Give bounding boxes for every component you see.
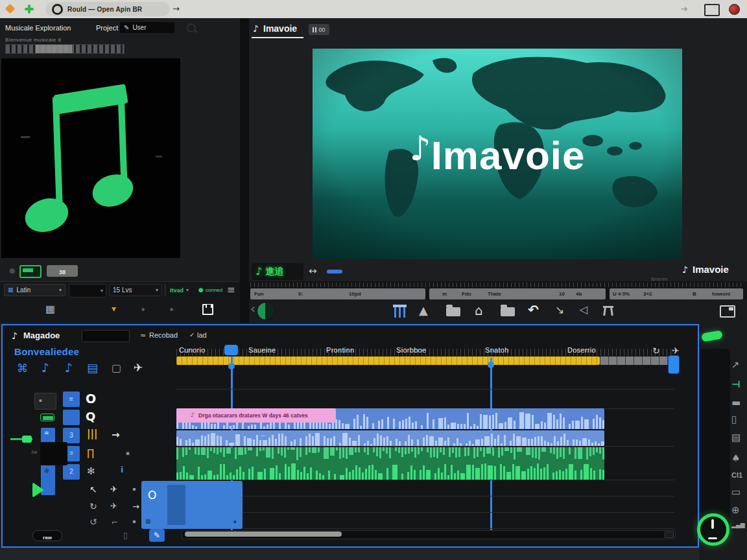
import-battery-icon[interactable] [19, 265, 42, 278]
connect-button[interactable]: ● conned [198, 284, 226, 296]
undo-circle-icon[interactable]: ↺ [89, 517, 97, 526]
deck-icon[interactable]: ▤ [87, 362, 98, 374]
export-icon[interactable]: ↗ [731, 360, 740, 370]
dropdown-itvad[interactable]: Itvad ▾ [168, 284, 198, 296]
note-icon[interactable]: ♪ [65, 362, 73, 374]
share-arrow-icon[interactable]: ➔ [681, 5, 688, 13]
timeline-scrollbar[interactable] [182, 530, 676, 539]
folder-icon[interactable]: ▤ [731, 433, 741, 443]
active-clip-chip[interactable]: ♪ 進追 [252, 263, 303, 280]
dash-icon[interactable]: ▬ [731, 398, 741, 408]
dropdown-empty[interactable]: ▾ [69, 284, 106, 298]
dropdown-latin[interactable]: ▦ Latin ▾ [4, 284, 65, 296]
note-icon[interactable]: ♪ [42, 362, 49, 374]
green-slider[interactable] [10, 434, 35, 443]
title-clip-pink[interactable]: ♪ Drga otacarars dratares W days 46 catv… [176, 408, 336, 423]
gear-icon[interactable]: ✻ [87, 467, 95, 476]
import-folder-icon[interactable] [446, 307, 460, 316]
table-icon[interactable]: ▦ [45, 304, 55, 314]
globe-icon[interactable]: ⊕ [731, 506, 740, 515]
import-count-badge[interactable]: 38 [47, 265, 78, 277]
ruler-strip-3[interactable]: U 4 0% 3+2 B howoni [610, 288, 743, 299]
video-preview[interactable]: ♪Imavoie 2016 4b [313, 49, 682, 259]
leaf-icon[interactable]: ♠ [731, 454, 740, 463]
folder-icon[interactable] [501, 307, 515, 316]
playhead-1-dot[interactable] [228, 363, 235, 369]
mini-black-box[interactable]: 2w [40, 442, 67, 465]
menu-item-project[interactable]: Project [96, 24, 118, 32]
audio-clip-blue-b[interactable] [176, 430, 604, 446]
dual-view-icon[interactable] [720, 305, 735, 318]
mini-panel-scrollbar[interactable] [167, 485, 185, 525]
cl-badge[interactable]: Cl1 [731, 472, 742, 479]
pillars-icon[interactable]: ∏ [87, 449, 94, 458]
q-circle-icon[interactable]: Q [86, 411, 95, 423]
forward-arrow-icon[interactable]: → [172, 5, 180, 13]
arrow-right-icon[interactable]: → [132, 502, 139, 511]
tag-label[interactable]: lad [197, 331, 207, 339]
mini-blue-panel[interactable]: O ▦ ▪ [141, 481, 243, 529]
hamburger-icon[interactable]: ≡ [227, 285, 235, 295]
bars-icon[interactable]: ||| [87, 429, 97, 439]
window-layout-icon[interactable] [704, 4, 720, 16]
marker-ruler[interactable] [176, 356, 600, 365]
time-ruler[interactable]: Fun 0: 10pd m Fdo Thale 10 4b U 4 0% 3+2… [249, 281, 747, 299]
chart-icon[interactable]: ▂▄▆ [731, 522, 745, 528]
edit-pencil-button[interactable]: ✎ [149, 529, 165, 542]
slider-knob[interactable] [22, 436, 32, 443]
undo-icon[interactable]: ↶ [528, 303, 539, 316]
pause-badge[interactable]: 00 [309, 24, 329, 35]
speaker-icon[interactable]: ▯ [123, 531, 128, 539]
phone-icon[interactable]: ▯ [731, 415, 737, 425]
dropdown-lvs[interactable]: 15 Lvs ▾ [109, 284, 162, 296]
record-mode-label[interactable]: Recobad [149, 331, 178, 339]
track-badge[interactable] [63, 410, 80, 425]
orange-marker-icon[interactable]: ▾ [112, 304, 116, 313]
blue-dash-button[interactable] [327, 270, 342, 274]
stand-icon[interactable] [603, 306, 613, 310]
arrow-nw-icon[interactable]: ↖ [89, 485, 97, 494]
monitor-toggle-button[interactable] [257, 302, 275, 320]
ruler-strip-1[interactable]: Fun 0: 10pd [250, 288, 425, 299]
add-traffic-light[interactable] [25, 5, 34, 14]
search-input[interactable]: ✎ User [120, 22, 174, 33]
info-icon[interactable]: i [121, 465, 123, 474]
track-badge[interactable]: 3 [63, 428, 80, 443]
track-badge[interactable]: ≡ [63, 391, 80, 407]
circle-icon[interactable]: O [86, 393, 96, 405]
audio-clip-green-bottom[interactable] [176, 463, 604, 480]
plane-icon[interactable]: ✈ [110, 502, 117, 510]
plane-icon[interactable]: ✈ [110, 485, 117, 493]
strap-icon[interactable]: ▢ [112, 363, 121, 373]
playhead-2-dot[interactable] [488, 362, 494, 368]
cursor-icon[interactable]: ↘ [555, 305, 564, 316]
home-icon[interactable]: ⌂ [475, 304, 483, 317]
viewer-brand[interactable]: Imavoie [263, 23, 297, 34]
scrollbar-end-button[interactable] [665, 531, 674, 538]
corner-icon[interactable]: ⌐ [112, 519, 118, 526]
marker-ruler-tail[interactable] [600, 356, 672, 365]
nodes-icon[interactable]: ⌘ [17, 363, 28, 374]
plane-icon[interactable]: ✈ [134, 362, 143, 373]
segment-strip[interactable] [5, 44, 124, 54]
record-button[interactable] [729, 4, 740, 15]
browser-tab[interactable]: Rould — Open Apin BR [45, 2, 170, 16]
menu-item-musicale[interactable]: Musicale Exploration [5, 24, 71, 32]
mixer-icon[interactable] [393, 305, 407, 318]
raw-pill[interactable]: raw [32, 530, 62, 541]
up-triangle-icon[interactable]: ▲ [419, 305, 428, 316]
power-button[interactable] [697, 513, 729, 546]
ruler-scroll-handle[interactable] [668, 355, 680, 374]
plug-icon[interactable]: ⊣ [731, 380, 741, 390]
playhead-1-handle[interactable] [224, 345, 238, 355]
clip-thumbnail-viewer[interactable] [1, 58, 180, 258]
chevron-left-icon[interactable]: ‹ [250, 302, 255, 315]
monitor-icon[interactable]: ▭ [731, 487, 741, 497]
play-triangle-icon[interactable] [32, 482, 44, 498]
ruler-strip-2[interactable]: m Fdo Thale 10 4b [429, 288, 606, 299]
arrow-right-icon[interactable]: → [112, 430, 120, 440]
save-icon[interactable] [202, 304, 213, 315]
search-icon[interactable] [187, 23, 196, 32]
audio-clip-green-top[interactable] [176, 447, 604, 463]
close-traffic-light[interactable] [5, 4, 16, 14]
